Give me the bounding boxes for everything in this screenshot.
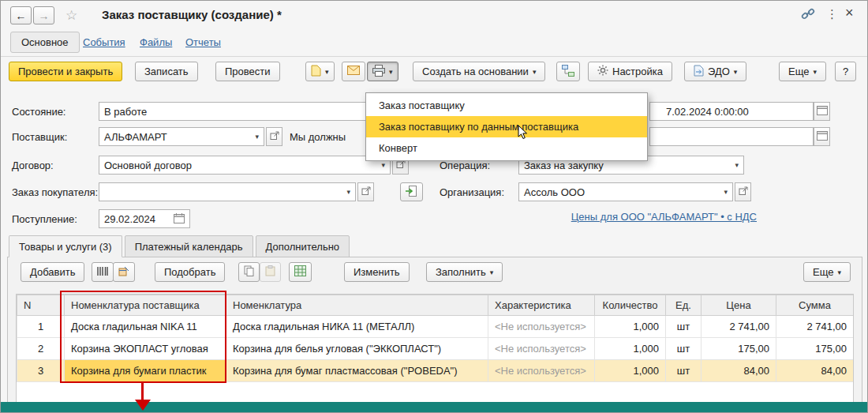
cell-price[interactable]: 2 741,00 [702,316,776,338]
help-button[interactable]: ? [835,62,856,81]
prices-link[interactable]: Цены для ООО "АЛЬФАМАРТ" • с НДС [571,211,757,223]
chevron-down-icon[interactable]: ▾ [730,161,739,169]
tab-additional[interactable]: Дополнительно [256,235,350,257]
tab-reports[interactable]: Отчеты [185,36,221,48]
column-header-supplier-item[interactable]: Номенклатура поставщика [65,295,226,316]
column-header-characteristic[interactable]: Характеристика [488,295,595,316]
chevron-down-icon[interactable]: ▾ [250,133,259,141]
fill-from-order-button[interactable] [400,182,423,201]
fill-menu-button[interactable]: Заполнить ▾ [426,262,503,282]
open-customer-order-button[interactable] [357,182,374,201]
organization-field[interactable]: Ассоль ООО ▾ [518,182,733,201]
cell-characteristic[interactable]: <Не используется> [488,338,595,360]
cell-supplier-item[interactable]: Корзина ЭКОПЛАСТ угловая [65,338,226,360]
goods-selection-button[interactable] [113,262,135,282]
settings-button[interactable]: Настройка [588,62,672,81]
calendar-button[interactable] [814,102,830,121]
paste-rows-button[interactable] [260,262,281,282]
copy-rows-button[interactable] [238,262,260,282]
edo-button[interactable]: ЭДО ▾ [684,62,746,81]
export-table-button[interactable] [289,262,312,282]
cell-sum[interactable]: 84,00 [776,360,854,382]
cell-sum[interactable]: 2 741,00 [776,316,854,338]
settings-label: Настройка [612,66,663,77]
cell-n[interactable]: 2 [17,338,65,360]
calendar-icon[interactable] [169,213,185,225]
tab-events[interactable]: События [83,36,125,48]
chevron-down-icon[interactable]: ▾ [342,188,350,196]
cell-supplier-item[interactable]: Доска гладильная NIKA 11 [65,316,226,338]
cell-item[interactable]: Корзина для бумаг пластмассовая ("POBEDA… [226,360,488,382]
create-based-on-button[interactable]: Создать на основании ▾ [413,62,545,81]
cell-unit[interactable]: шт [666,338,702,360]
cell-characteristic[interactable]: <Не используется> [488,316,595,338]
column-header-n[interactable]: N [17,295,65,316]
column-header-item[interactable]: Номенклатура [226,295,488,316]
cell-quantity[interactable]: 1,000 [595,360,666,382]
customer-order-field[interactable]: ▾ [99,182,356,201]
column-header-quantity[interactable]: Количество [595,295,666,316]
calendar-icon [817,130,828,143]
menu-item-order-to-supplier[interactable]: Заказ поставщику [366,95,647,116]
barcode-scan-button[interactable] [92,262,114,282]
forward-arrow-icon: → [39,9,50,22]
cell-item[interactable]: Доска гладильная НИКА 11 (МЕТАЛЛ) [226,316,488,338]
open-supplier-button[interactable] [266,127,282,146]
table-row-selected[interactable]: 3 Корзина для бумаги пластик Корзина для… [17,360,854,382]
chevron-down-icon[interactable]: ▾ [719,188,728,196]
table-more-button[interactable]: Еще ▾ [803,262,851,282]
tab-files[interactable]: Файлы [140,36,172,48]
kebab-menu-icon[interactable]: ⋮ [826,7,838,21]
contract-field[interactable]: Основной договор ▾ [99,156,391,175]
post-and-close-button[interactable]: Провести и закрыть [9,62,122,81]
post-document-menu-button[interactable]: ▾ [305,62,335,81]
cell-quantity[interactable]: 1,000 [595,338,666,360]
cell-sum[interactable]: 175,00 [776,338,854,360]
column-header-price[interactable]: Цена [702,295,776,316]
goods-table: N Номенклатура поставщика Номенклатура Х… [16,294,854,403]
more-button[interactable]: Еще ▾ [779,62,826,81]
copy-link-icon[interactable] [801,8,815,23]
chevron-down-icon[interactable]: ▾ [376,161,385,169]
linked-documents-button[interactable] [556,62,580,81]
favorite-star-icon[interactable]: ☆ [65,7,77,24]
menu-item-order-by-supplier-data[interactable]: Заказ поставщику по данным поставщика [366,116,647,137]
table-row[interactable]: 2 Корзина ЭКОПЛАСТ угловая Корзина для б… [17,338,854,360]
secondary-date-field[interactable] [649,127,814,146]
forward-button[interactable]: → [33,6,54,24]
customer-order-label: Заказ покупателя: [12,182,98,201]
column-header-unit[interactable]: Ед. [666,295,702,316]
document-date-field[interactable]: 7.02.2024 0:00:00 [649,102,814,121]
cell-quantity[interactable]: 1,000 [595,316,666,338]
calendar-button[interactable] [814,127,830,146]
status-field[interactable]: В работе ▾ [99,102,402,121]
post-button[interactable]: Провести [215,62,280,81]
column-header-sum[interactable]: Сумма [776,295,854,316]
supplier-field[interactable]: АЛЬФАМАРТ ▾ [99,127,264,146]
edit-row-button[interactable]: Изменить [344,262,410,282]
save-button[interactable]: Записать [135,62,198,81]
add-row-button[interactable]: Добавить [21,262,84,282]
cell-supplier-item[interactable]: Корзина для бумаги пластик [65,360,226,382]
cell-unit[interactable]: шт [666,316,702,338]
close-button[interactable]: × [845,5,854,21]
cell-price[interactable]: 84,00 [702,360,776,382]
tab-goods-and-services[interactable]: Товары и услуги (3) [9,235,122,257]
pick-items-button[interactable]: Подобрать [155,262,225,282]
tab-main[interactable]: Основное [10,32,80,53]
email-button[interactable] [342,62,365,81]
menu-item-envelope[interactable]: Конверт [366,137,647,159]
cell-price[interactable]: 175,00 [702,338,776,360]
receipt-date-field[interactable]: 29.02.2024 [99,209,190,228]
tab-payment-calendar[interactable]: Платежный календарь [125,235,253,257]
receipt-label: Поступление: [12,209,77,228]
cell-item[interactable]: Корзина для белья угловая ("ЭККОПЛАСТ") [226,338,488,360]
cell-n[interactable]: 3 [17,360,65,382]
open-organization-button[interactable] [735,182,751,201]
cell-unit[interactable]: шт [666,360,702,382]
back-button[interactable]: ← [10,6,32,24]
table-row[interactable]: 1 Доска гладильная NIKA 11 Доска гладиль… [17,316,854,338]
cell-characteristic[interactable]: <Не используется> [488,360,595,382]
cell-n[interactable]: 1 [17,316,65,338]
print-menu-button[interactable]: ▾ [367,62,398,81]
